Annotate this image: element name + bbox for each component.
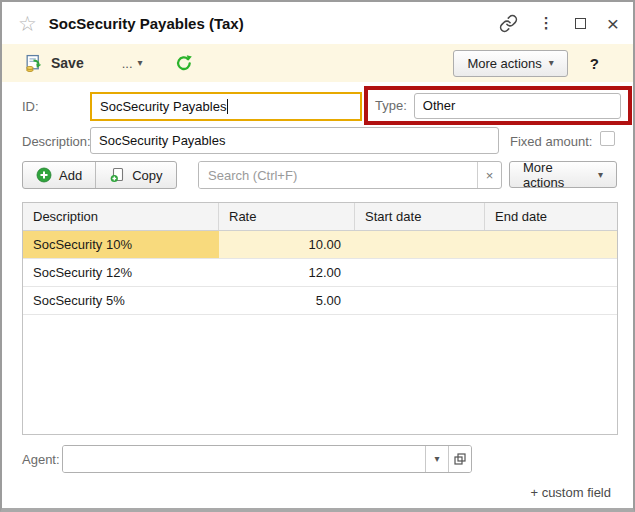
cell-end-date[interactable] — [485, 287, 617, 314]
more-menu-button[interactable]: ... ▾ — [122, 56, 143, 71]
close-icon[interactable]: × — [607, 13, 619, 34]
main-toolbar: Save ... ▾ More actions ▾ ? — [2, 44, 633, 82]
link-icon[interactable] — [499, 14, 518, 33]
col-rate[interactable]: Rate — [219, 203, 355, 230]
chevron-down-icon: ▾ — [598, 170, 603, 180]
cell-rate[interactable]: 10.00 — [219, 231, 355, 258]
id-label: ID: — [22, 99, 39, 114]
cell-description[interactable]: SocSecurity 10% — [23, 231, 219, 258]
cell-end-date[interactable] — [485, 259, 617, 286]
more-actions-label: More actions — [467, 56, 541, 71]
table-row[interactable]: SocSecurity 5% 5.00 — [23, 287, 617, 315]
cell-start-date[interactable] — [355, 259, 485, 286]
app-window: ☆ SocSecurity Payables (Tax) ⋮ × — [0, 0, 635, 512]
add-copy-button-group: Add Copy — [22, 161, 177, 189]
add-label: Add — [59, 168, 82, 183]
save-icon — [24, 54, 43, 73]
agent-combobox: ▾ — [62, 445, 472, 473]
search-input[interactable] — [199, 162, 477, 188]
refresh-icon — [175, 54, 193, 72]
col-description[interactable]: Description — [23, 203, 219, 230]
cell-start-date[interactable] — [355, 287, 485, 314]
agent-dropdown-icon[interactable]: ▾ — [425, 446, 448, 472]
agent-picker-icon[interactable] — [448, 446, 471, 472]
title-bar: ☆ SocSecurity Payables (Tax) ⋮ × — [2, 2, 633, 44]
cell-start-date[interactable] — [355, 231, 485, 258]
agent-input[interactable] — [63, 446, 425, 472]
window-title: SocSecurity Payables (Tax) — [49, 15, 244, 32]
type-input[interactable] — [414, 93, 621, 119]
id-value: SocSecurity Payables — [100, 99, 226, 114]
cell-rate[interactable]: 5.00 — [219, 287, 355, 314]
favorite-star-icon[interactable]: ☆ — [18, 13, 37, 34]
id-input[interactable]: SocSecurity Payables — [90, 92, 362, 121]
fixed-amount-checkbox[interactable] — [600, 131, 615, 146]
type-label: Type: — [375, 98, 407, 113]
copy-label: Copy — [132, 168, 162, 183]
add-custom-field-link[interactable]: + custom field — [530, 485, 611, 500]
chevron-down-icon: ▾ — [138, 58, 143, 68]
save-label: Save — [51, 55, 84, 71]
maximize-icon[interactable] — [575, 18, 586, 29]
table-header-row: Description Rate Start date End date — [23, 203, 617, 231]
save-button[interactable]: Save — [24, 54, 84, 73]
description-input[interactable] — [90, 127, 499, 154]
cell-description[interactable]: SocSecurity 5% — [23, 287, 219, 314]
help-button[interactable]: ? — [590, 55, 599, 72]
table-row[interactable]: SocSecurity 10% 10.00 — [23, 231, 617, 259]
fixed-amount-label: Fixed amount: — [510, 134, 592, 149]
chevron-down-icon: ▾ — [549, 58, 554, 68]
more-actions-button-list[interactable]: More actions ▾ — [509, 161, 617, 188]
clear-search-icon[interactable]: × — [477, 162, 501, 188]
menu-kebab-icon[interactable]: ⋮ — [539, 14, 554, 32]
copy-icon — [109, 167, 125, 183]
table-row[interactable]: SocSecurity 12% 12.00 — [23, 259, 617, 287]
rates-table: Description Rate Start date End date Soc… — [22, 202, 618, 435]
agent-label: Agent: — [22, 452, 60, 467]
description-label: Description: — [22, 134, 91, 149]
more-actions-button-top[interactable]: More actions ▾ — [453, 50, 567, 77]
cell-description[interactable]: SocSecurity 12% — [23, 259, 219, 286]
refresh-button[interactable] — [175, 54, 193, 72]
add-plus-icon — [36, 167, 52, 183]
text-cursor — [227, 99, 228, 114]
ellipsis-label: ... — [122, 56, 133, 71]
cell-rate[interactable]: 12.00 — [219, 259, 355, 286]
add-button[interactable]: Add — [23, 162, 95, 188]
col-start-date[interactable]: Start date — [355, 203, 485, 230]
more-actions-label: More actions — [523, 160, 591, 190]
type-field-highlight: Type: — [364, 86, 632, 125]
search-box: × — [198, 161, 502, 189]
cell-end-date[interactable] — [485, 231, 617, 258]
copy-button[interactable]: Copy — [95, 162, 175, 188]
col-end-date[interactable]: End date — [485, 203, 617, 230]
